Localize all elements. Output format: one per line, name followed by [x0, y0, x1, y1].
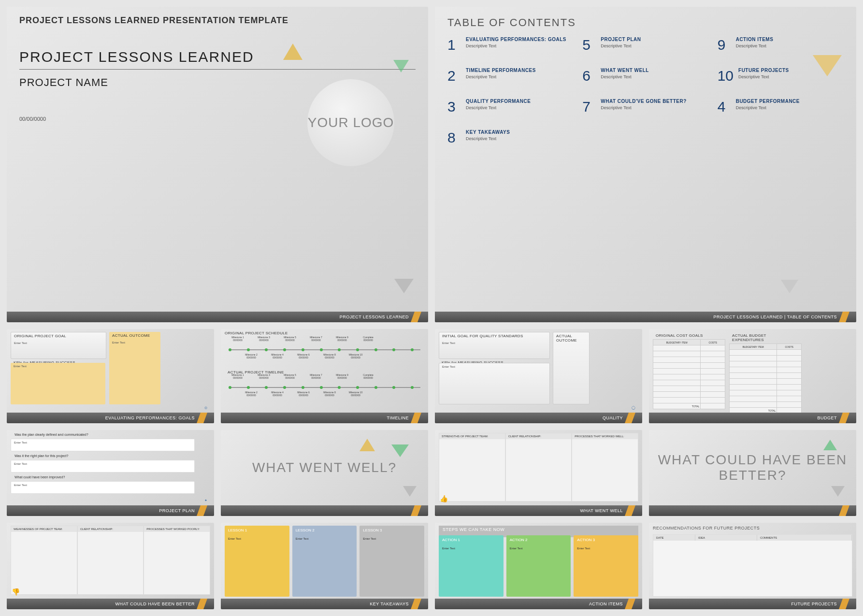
toc-item: 8KEY TAKEAWAYSDescriptive Text: [447, 129, 574, 146]
toc-list: 1EVALUATING PERFORMANCES: GOALSDescripti…: [435, 33, 856, 150]
slide-section-wentwell: WHAT WENT WELL?: [221, 430, 428, 516]
slide-gallery: PROJECT LESSONS LEARNED PRESENTATION TEM…: [0, 0, 863, 616]
slide-quality: INITIAL GOAL FOR QUALITY STANDARDSEnter …: [435, 329, 642, 423]
lightbulb-icon: ✦: [204, 499, 207, 502]
toc-title: TABLE OF CONTENTS: [435, 7, 856, 33]
slide-goals: ORIGINAL PROJECT GOALEnter Text ACTUAL O…: [7, 329, 214, 423]
slide-better-cols: WEAKNESSES OF PROJECT TEAM: CLIENT RELAT…: [7, 523, 214, 609]
slide-footer: PROJECT LESSONS LEARNED: [7, 312, 428, 322]
toc-item: 9ACTION ITEMSDescriptive Text: [718, 37, 844, 53]
toc-item: 4BUDGET PERFORMANCEDescriptive Text: [718, 99, 844, 115]
slide-plan: Was the plan clearly defined and communi…: [7, 430, 214, 516]
slide-wentwell-cols: STRENGTHS OF PROJECT TEAM: CLIENT RELATI…: [435, 430, 642, 516]
toc-item: 6WHAT WENT WELLDescriptive Text: [582, 68, 708, 84]
presentation-title: PROJECT LESSONS LEARNED: [7, 26, 428, 65]
thumbs-up-icon: 👍: [440, 495, 448, 502]
slide-actions: STEPS WE CAN TAKE NOW ACTION 1Enter Text…: [435, 523, 642, 609]
toc-item: 5PROJECT PLANDescriptive Text: [582, 37, 708, 53]
slide-recommendations: RECOMMENDATIONS FOR FUTURE PROJECTS DATE…: [649, 523, 856, 609]
thumbs-down-icon: 👎: [12, 588, 20, 596]
template-header: PROJECT LESSONS LEARNED PRESENTATION TEM…: [7, 7, 428, 26]
slide-title: PROJECT LESSONS LEARNED PRESENTATION TEM…: [7, 7, 428, 322]
bulb-icon: ◯: [632, 406, 635, 410]
slide-budget: ORIGINAL COST GOALS BUDGETARY ITEMCOSTST…: [649, 329, 856, 423]
slide-toc: TABLE OF CONTENTS 1EVALUATING PERFORMANC…: [435, 7, 856, 322]
toc-item: 7WHAT COULD'VE GONE BETTER?Descriptive T…: [582, 99, 708, 115]
toc-item: 1EVALUATING PERFORMANCES: GOALSDescripti…: [447, 37, 574, 53]
logo-placeholder: YOUR LOGO: [307, 79, 394, 166]
target-icon: ◎: [204, 406, 207, 410]
toc-item: 2TIMELINE PERFORMANCESDescriptive Text: [447, 68, 574, 84]
toc-item: 3QUALITY PERFORMANCEDescriptive Text: [447, 99, 574, 115]
slide-section-better: WHAT COULD HAVE BEEN BETTER?: [649, 430, 856, 516]
slide-timeline: ORIGINAL PROJECT SCHEDULE Milestone 100/…: [221, 329, 428, 423]
slide-footer: PROJECT LESSONS LEARNED | TABLE OF CONTE…: [435, 312, 856, 322]
slide-takeaways: LESSON 1Enter TextLESSON 2Enter TextLESS…: [221, 523, 428, 609]
